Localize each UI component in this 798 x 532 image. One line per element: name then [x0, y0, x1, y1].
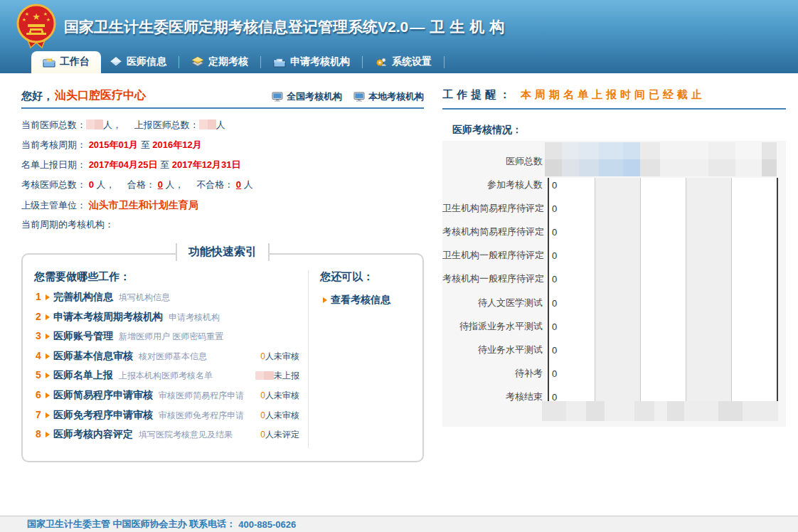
- svg-text:★: ★: [22, 17, 26, 23]
- report-to: 至: [160, 159, 169, 170]
- task-item-4: 4 医师基本信息审核 核对医师基本信息 0人未审核: [34, 350, 299, 370]
- work-reminder-row: 工作提醒： 本周期名单上报时间已经截止: [442, 88, 786, 104]
- stat-assessed-counts: 考核医师总数： 0 人， 合格： 0 人， 不合格： 0 人: [21, 175, 424, 195]
- svg-text:★: ★: [46, 17, 50, 23]
- page-title-suffix: —卫生机构: [410, 18, 509, 35]
- local-assess-org-link[interactable]: 本地考核机构: [353, 90, 424, 103]
- task-number: 8: [34, 428, 43, 440]
- quick-index-box: 功能快速索引 您需要做哪些工作： 1 完善机构信息 填写机构信息 2 申请本考核…: [21, 253, 424, 462]
- tab-separator: [444, 56, 445, 68]
- chart-row-value: 0: [552, 368, 557, 379]
- report-date-label: 名单上报日期：: [21, 159, 86, 170]
- task-desc: 填写医院考核意见及结果: [139, 429, 233, 441]
- local-assess-org-label: 本地考核机构: [368, 90, 424, 103]
- cycle-end-date: 2016年12月: [152, 139, 201, 150]
- chart-row-label: 待人文医学测试: [442, 297, 543, 309]
- pass-count-link[interactable]: 0: [158, 179, 163, 190]
- chart-row-label: 参加考核人数: [442, 179, 543, 191]
- arrow-right-icon: [323, 297, 327, 303]
- task-number: 7: [34, 409, 43, 420]
- chart-row-label: 医师总数: [442, 155, 543, 168]
- tab-system-settings[interactable]: 系统设置: [366, 51, 440, 73]
- task-link[interactable]: 医师账号管理: [53, 330, 113, 343]
- tab-workbench[interactable]: 工作台: [31, 51, 101, 73]
- fail-unit: 人: [244, 179, 253, 190]
- task-item-1: 1 完善机构信息 填写机构信息: [34, 291, 299, 311]
- arrow-right-icon: [46, 353, 50, 359]
- stat-report-dates: 名单上报日期： 2017年04月25日 至 2017年12月31日: [21, 155, 424, 175]
- chart-row-value: 0: [552, 180, 557, 191]
- right-divider: [442, 108, 786, 110]
- periodic-assessment-icon: [191, 56, 204, 68]
- task-desc: 新增医师用户 医师密码重置: [119, 331, 223, 343]
- task-desc: 审核医师简易程序申请: [159, 390, 244, 402]
- chart-row-value: 0: [552, 203, 557, 214]
- right-panel: 工作提醒： 本周期名单上报时间已经截止 医师考核情况： 医师总数 参加考核人数0…: [442, 88, 786, 137]
- task-link[interactable]: 医师免考程序申请审核: [53, 409, 153, 422]
- arrow-right-icon: [46, 432, 50, 437]
- task-status: 未上报: [255, 370, 299, 382]
- stat-assessment-cycle: 当前考核周期： 2015年01月 至 2016年12月: [21, 135, 424, 155]
- tab-label: 系统设置: [392, 55, 432, 68]
- arrow-right-icon: [46, 294, 50, 300]
- tab-separator: [362, 56, 363, 68]
- task-desc: 核对医师基本信息: [139, 351, 207, 363]
- current-org-label: 当前周期的考核机构：: [21, 219, 114, 230]
- monitor-icon: [353, 92, 365, 102]
- reported-total-unit: 人: [216, 119, 225, 130]
- task-link[interactable]: 医师简易程序申请审核: [53, 389, 153, 402]
- cycle-start-date: 2015年01月: [89, 139, 138, 150]
- greeting-row: 您好， 汕头口腔医疗中心 全国考核机构 本地考核机构: [21, 88, 424, 103]
- arrow-right-icon: [46, 373, 50, 378]
- work-reminder-label: 工作提醒：: [442, 88, 514, 102]
- tab-doctor-info[interactable]: 医师信息: [101, 51, 175, 73]
- cycle-label: 当前考核周期：: [21, 139, 86, 150]
- assessed-label: 考核医师总数：: [21, 179, 86, 190]
- chart-row-label: 待补考: [442, 367, 543, 380]
- chart-row: 卫生机构一般程序待评定0: [442, 248, 786, 262]
- tab-periodic-assessment[interactable]: 定期考核: [183, 51, 257, 73]
- footer-phone: 400-885-0626: [238, 519, 296, 530]
- chart-row: 待补考0: [442, 366, 786, 381]
- task-desc: 上报本机构医师考核名单: [119, 370, 213, 382]
- task-link[interactable]: 申请本考核周期考核机构: [53, 311, 163, 324]
- reported-total-label: 上报医师总数：: [134, 119, 199, 130]
- task-number: 2: [34, 311, 43, 322]
- workbench-folder-icon: [43, 57, 55, 68]
- chart-row-value: 0: [552, 250, 557, 261]
- page-title: 国家卫生计生委医师定期考核信息登记管理系统V2.0—卫生机构: [64, 17, 509, 37]
- chart-row-label: 考核结束: [442, 390, 543, 403]
- app-window: ★ ★ ★ ★ ★ 国家卫生计生委医师定期考核信息登记管理系统V2.0—卫生机构…: [0, 0, 798, 532]
- chart-row-value: 0: [552, 274, 557, 284]
- page-title-main: 国家卫生计生委医师定期考核信息登记管理系统V2.0: [64, 18, 408, 35]
- footer-text: 国家卫生计生委主管 中国医师协会主办 联系电话：: [27, 518, 235, 531]
- redacted-doctors-total: [86, 119, 103, 129]
- top-links: 全国考核机构 本地考核机构: [272, 90, 424, 103]
- arrow-right-icon: [46, 393, 50, 398]
- national-assess-org-link[interactable]: 全国考核机构: [272, 90, 342, 103]
- task-desc: 审核医师免考程序申请: [159, 410, 244, 422]
- fail-count-link[interactable]: 0: [236, 179, 241, 190]
- task-link[interactable]: 医师考核内容评定: [53, 428, 133, 441]
- task-link[interactable]: 医师名单上报: [53, 369, 113, 382]
- task-link[interactable]: 医师基本信息审核: [53, 350, 133, 363]
- national-emblem-logo: ★ ★ ★ ★ ★: [16, 3, 57, 51]
- assessed-unit: 人，: [96, 179, 115, 190]
- apply-assess-org-icon: [273, 57, 286, 68]
- task-number: 6: [34, 389, 43, 400]
- view-assessment-info-link[interactable]: 查看考核信息: [331, 294, 390, 307]
- tab-apply-assess-org[interactable]: 申请考核机构: [265, 51, 358, 73]
- redacted-chart-footer: [542, 401, 778, 421]
- quick-index-tasks: 您需要做哪些工作： 1 完善机构信息 填写机构信息 2 申请本考核周期考核机构 …: [23, 270, 309, 448]
- extras-heading: 您还可以：: [320, 270, 422, 284]
- redacted-count: [255, 371, 274, 380]
- work-reminder-message: 本周期名单上报时间已经截止: [521, 88, 706, 102]
- chart-row: 卫生机构简易程序待评定0: [442, 201, 786, 216]
- task-status: 0人未评定: [260, 429, 299, 441]
- task-link[interactable]: 完善机构信息: [53, 291, 113, 304]
- organization-name: 汕头口腔医疗中心: [55, 88, 146, 103]
- chart-row: 考核机构简易程序待评定0: [442, 225, 786, 239]
- quick-index-title: 功能快速索引: [176, 243, 270, 261]
- stat-current-assess-org: 当前周期的考核机构：: [21, 215, 424, 235]
- tasks-heading: 您需要做哪些工作：: [34, 270, 299, 284]
